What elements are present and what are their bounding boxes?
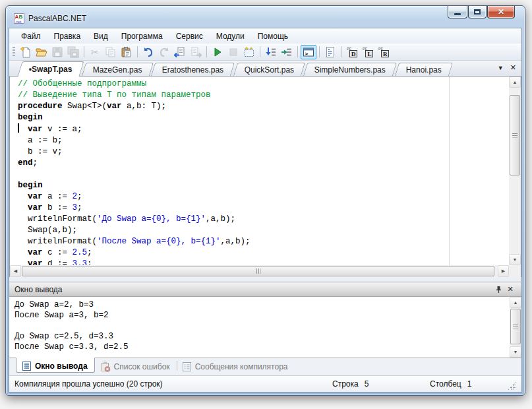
editor-hscroll-thumb[interactable] xyxy=(22,266,494,276)
menu-правка[interactable]: Правка xyxy=(47,30,88,43)
panel-splitter[interactable] xyxy=(9,277,521,282)
tab-label: MazeGen.pas xyxy=(92,65,142,75)
document-tab-hanoipas[interactable]: Hanoi.pas xyxy=(395,63,453,76)
scroll-down-icon[interactable]: ▼ xyxy=(509,254,521,265)
pin-panel-button[interactable] xyxy=(492,284,504,296)
paste-button[interactable] xyxy=(119,45,134,59)
app-window: A B .net PascalABC.NET ✕ ФайлПравкаВидПр… xyxy=(5,5,525,396)
nav-back-button[interactable] xyxy=(172,45,188,59)
status-column-indicator: Столбец 1 xyxy=(430,379,508,389)
code-line: var v := a; xyxy=(18,123,509,135)
format-code-button[interactable] xyxy=(322,45,338,59)
window-controls: ✕ xyxy=(447,6,515,18)
tab-close-icon[interactable]: ✕ xyxy=(510,63,516,72)
document-tab-simplenumberspas[interactable]: SimpleNumbers.pas xyxy=(303,63,397,76)
dock-r-button[interactable]: PFR xyxy=(376,45,392,59)
scroll-down-icon[interactable]: ▼ xyxy=(510,346,521,358)
code-line: var c := 2.5; xyxy=(18,247,509,259)
editor-vertical-scrollbar[interactable]: ▲ ▼ xyxy=(509,77,521,265)
status-message: Компиляция прошла успешно (20 строк) xyxy=(15,379,332,389)
output-tab-icon xyxy=(22,361,32,371)
svg-text:R: R xyxy=(383,51,388,57)
compile-button[interactable] xyxy=(241,45,257,59)
output-panel-body[interactable]: До Swap a=2, b=3 После Swap a=3, b=2 До … xyxy=(9,297,521,358)
toolbar-separator xyxy=(84,46,84,57)
code-line: b := v; xyxy=(18,146,509,158)
dock-d-icon: PFD xyxy=(346,46,358,58)
nav-forward-icon xyxy=(190,46,202,58)
bottom-tab-output-tab[interactable]: Окно вывода xyxy=(16,358,95,373)
close-button[interactable]: ✕ xyxy=(487,6,515,18)
pin-icon xyxy=(495,286,502,294)
tab-strip: •SwapT.pasMazeGen.pasEratosthenes.pasQui… xyxy=(9,61,521,77)
toolbar-separator xyxy=(297,46,298,57)
resize-grip[interactable] xyxy=(508,381,516,390)
save-all-icon xyxy=(67,46,79,58)
goto-prev-position-button[interactable] xyxy=(263,45,279,59)
close-panel-button[interactable]: ✕ xyxy=(504,284,516,296)
bottom-tab-strip: Окно выводаСписок ошибокСообщения компил… xyxy=(9,358,521,375)
status-line-indicator: Строка 5 xyxy=(332,379,430,389)
dock-l-icon: PFL xyxy=(362,46,374,58)
toolbar-grip[interactable] xyxy=(13,47,15,57)
cut-button: ✂ xyxy=(87,45,103,59)
tab-list-dropdown-icon[interactable]: ▼ xyxy=(498,63,504,72)
code-lines[interactable]: // Обобщенные подпрограммы// Выведение т… xyxy=(10,77,509,265)
scroll-up-icon[interactable]: ▲ xyxy=(510,297,521,308)
code-line: var b := 3; xyxy=(18,203,509,214)
bottom-tab-compiler-messages[interactable]: Сообщения компилятора xyxy=(177,358,295,373)
document-tab-swaptpas[interactable]: •SwapT.pas xyxy=(17,61,84,77)
output-vertical-scrollbar[interactable]: ▲ ▼ xyxy=(510,297,521,358)
output-vscroll-thumb[interactable] xyxy=(510,309,521,344)
minimize-button[interactable] xyxy=(448,6,467,18)
document-tab-mazegenpas[interactable]: MazeGen.pas xyxy=(82,63,154,76)
maximize-icon xyxy=(474,9,481,15)
save-file-icon xyxy=(51,46,63,58)
bottom-tab-error-list[interactable]: Список ошибок xyxy=(95,358,177,373)
run-icon xyxy=(212,46,223,58)
stop-button xyxy=(225,45,241,59)
scroll-left-icon[interactable]: ◀ xyxy=(10,265,21,277)
error-list-icon xyxy=(100,362,111,372)
menu-файл[interactable]: Файл xyxy=(15,30,47,43)
dock-r-icon: PFR xyxy=(378,46,390,58)
status-line-value: 5 xyxy=(365,379,369,389)
scroll-thumb-grip xyxy=(513,325,518,329)
menu-помощь[interactable]: Помощь xyxy=(251,30,295,43)
code-line: writelnFormat('До Swap a={0}, b={1}',a,b… xyxy=(18,214,509,225)
new-file-button[interactable] xyxy=(18,45,34,59)
dock-d-button[interactable]: PFD xyxy=(344,45,360,59)
close-icon: ✕ xyxy=(498,7,504,16)
dock-l-button[interactable]: PFL xyxy=(360,45,376,59)
bottom-tab-label: Список ошибок xyxy=(114,362,170,371)
undo-button[interactable] xyxy=(140,45,156,59)
code-line: begin xyxy=(18,112,509,123)
menu-вид[interactable]: Вид xyxy=(87,30,115,43)
maximize-button[interactable] xyxy=(468,6,487,18)
menu-сервис[interactable]: Сервис xyxy=(169,30,210,43)
goto-next-position-button[interactable] xyxy=(279,45,295,59)
editor-horizontal-scrollbar[interactable]: ◀ ▶ xyxy=(10,265,509,277)
nav-forward-button xyxy=(188,45,204,59)
output-panel-header: Окно вывода ✕ xyxy=(9,282,521,297)
client-area: ФайлПравкаВидПрограммаСервисМодулиПомощь… xyxy=(9,28,522,393)
bottom-tab-label: Сообщения компилятора xyxy=(195,362,288,371)
code-editor[interactable]: // Обобщенные подпрограммы// Выведение т… xyxy=(9,77,521,277)
console-toggle-button[interactable]: > xyxy=(301,45,316,59)
toolbar-separator xyxy=(341,46,341,57)
toolbar-separator xyxy=(260,46,260,57)
menu-модули[interactable]: Модули xyxy=(210,30,251,43)
scroll-right-icon[interactable]: ▶ xyxy=(498,265,509,277)
toolbar: ✂>PFDPFLPFR xyxy=(9,44,521,61)
panel-close-icon: ✕ xyxy=(507,285,513,294)
run-button[interactable] xyxy=(210,45,225,59)
document-tab-quicksortpas[interactable]: QuickSort.pas xyxy=(233,63,305,76)
menu-программа[interactable]: Программа xyxy=(115,30,169,43)
output-panel-title: Окно вывода xyxy=(15,285,63,294)
editor-vscroll-thumb[interactable] xyxy=(510,95,520,175)
compile-icon xyxy=(243,46,255,58)
code-line: begin xyxy=(18,180,509,191)
open-file-button[interactable] xyxy=(34,45,49,59)
document-tab-eratosthenespas[interactable]: Eratosthenes.pas xyxy=(151,63,235,76)
scroll-up-icon[interactable]: ▲ xyxy=(509,77,521,88)
